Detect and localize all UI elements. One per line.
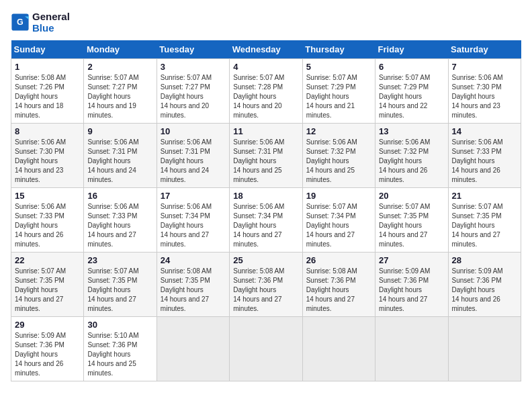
day-info: Sunrise: 5:06 AMSunset: 7:33 PMDaylight …: [452, 138, 517, 185]
day-number: 21: [452, 191, 517, 201]
calendar-day-cell: 15Sunrise: 5:06 AMSunset: 7:33 PMDayligh…: [11, 188, 84, 253]
calendar-day-cell: 8Sunrise: 5:06 AMSunset: 7:30 PMDaylight…: [11, 124, 84, 188]
day-info: Sunrise: 5:08 AMSunset: 7:35 PMDaylight …: [161, 267, 226, 314]
day-number: 12: [306, 126, 371, 136]
day-info: Sunrise: 5:07 AMSunset: 7:35 PMDaylight …: [452, 202, 517, 249]
calendar-day-cell: [230, 317, 302, 381]
day-info: Sunrise: 5:07 AMSunset: 7:35 PMDaylight …: [15, 267, 80, 314]
day-info: Sunrise: 5:06 AMSunset: 7:34 PMDaylight …: [233, 202, 298, 249]
day-info: Sunrise: 5:07 AMSunset: 7:27 PMDaylight …: [87, 73, 152, 120]
day-info: Sunrise: 5:07 AMSunset: 7:27 PMDaylight …: [161, 73, 226, 120]
day-number: 16: [87, 191, 152, 201]
day-info: Sunrise: 5:06 AMSunset: 7:31 PMDaylight …: [233, 138, 298, 185]
day-number: 22: [15, 255, 80, 265]
calendar-day-cell: [302, 317, 375, 381]
day-number: 27: [379, 255, 444, 265]
calendar-day-cell: 17Sunrise: 5:06 AMSunset: 7:34 PMDayligh…: [157, 188, 229, 253]
day-info: Sunrise: 5:06 AMSunset: 7:34 PMDaylight …: [161, 202, 226, 249]
day-of-week-header: Friday: [375, 40, 448, 59]
day-number: 2: [87, 62, 152, 72]
calendar-week-row: 15Sunrise: 5:06 AMSunset: 7:33 PMDayligh…: [11, 188, 521, 253]
calendar-week-row: 22Sunrise: 5:07 AMSunset: 7:35 PMDayligh…: [11, 253, 521, 317]
day-number: 7: [452, 62, 517, 72]
day-number: 8: [15, 126, 80, 136]
day-info: Sunrise: 5:06 AMSunset: 7:31 PMDaylight …: [161, 138, 226, 185]
day-number: 23: [87, 255, 152, 265]
day-info: Sunrise: 5:07 AMSunset: 7:29 PMDaylight …: [379, 73, 444, 120]
day-info: Sunrise: 5:06 AMSunset: 7:32 PMDaylight …: [379, 138, 444, 185]
day-number: 28: [452, 255, 517, 265]
calendar-day-cell: [157, 317, 229, 381]
calendar-day-cell: 2Sunrise: 5:07 AMSunset: 7:27 PMDaylight…: [84, 59, 157, 124]
calendar-day-cell: 18Sunrise: 5:06 AMSunset: 7:34 PMDayligh…: [230, 188, 302, 253]
calendar-week-row: 1Sunrise: 5:08 AMSunset: 7:26 PMDaylight…: [11, 59, 521, 124]
day-number: 10: [161, 126, 226, 136]
calendar-day-cell: 26Sunrise: 5:08 AMSunset: 7:36 PMDayligh…: [302, 253, 375, 317]
day-number: 18: [233, 191, 298, 201]
day-number: 17: [161, 191, 226, 201]
logo-text: General Blue: [32, 11, 70, 34]
day-number: 14: [452, 126, 517, 136]
day-info: Sunrise: 5:06 AMSunset: 7:30 PMDaylight …: [452, 73, 517, 120]
day-info: Sunrise: 5:10 AMSunset: 7:36 PMDaylight …: [87, 331, 152, 378]
day-number: 4: [233, 62, 298, 72]
day-info: Sunrise: 5:06 AMSunset: 7:31 PMDaylight …: [87, 138, 152, 185]
calendar-day-cell: 22Sunrise: 5:07 AMSunset: 7:35 PMDayligh…: [11, 253, 84, 317]
day-info: Sunrise: 5:07 AMSunset: 7:28 PMDaylight …: [233, 73, 298, 120]
calendar-day-cell: 1Sunrise: 5:08 AMSunset: 7:26 PMDaylight…: [11, 59, 84, 124]
day-number: 25: [233, 255, 298, 265]
day-info: Sunrise: 5:06 AMSunset: 7:33 PMDaylight …: [15, 202, 80, 249]
calendar-day-cell: 21Sunrise: 5:07 AMSunset: 7:35 PMDayligh…: [448, 188, 521, 253]
day-info: Sunrise: 5:08 AMSunset: 7:36 PMDaylight …: [306, 267, 371, 314]
day-number: 29: [15, 320, 80, 330]
svg-text:G: G: [17, 17, 24, 27]
calendar-day-cell: 24Sunrise: 5:08 AMSunset: 7:35 PMDayligh…: [157, 253, 229, 317]
calendar-day-cell: 9Sunrise: 5:06 AMSunset: 7:31 PMDaylight…: [84, 124, 157, 188]
calendar-day-cell: 23Sunrise: 5:07 AMSunset: 7:35 PMDayligh…: [84, 253, 157, 317]
calendar-table: SundayMondayTuesdayWednesdayThursdayFrid…: [11, 40, 521, 381]
day-number: 19: [306, 191, 371, 201]
calendar-day-cell: 5Sunrise: 5:07 AMSunset: 7:29 PMDaylight…: [302, 59, 375, 124]
day-info: Sunrise: 5:08 AMSunset: 7:26 PMDaylight …: [15, 73, 80, 120]
day-info: Sunrise: 5:06 AMSunset: 7:32 PMDaylight …: [306, 138, 371, 185]
day-info: Sunrise: 5:07 AMSunset: 7:35 PMDaylight …: [379, 202, 444, 249]
calendar-day-cell: 10Sunrise: 5:06 AMSunset: 7:31 PMDayligh…: [157, 124, 229, 188]
day-info: Sunrise: 5:08 AMSunset: 7:36 PMDaylight …: [233, 267, 298, 314]
day-number: 11: [233, 126, 298, 136]
day-number: 20: [379, 191, 444, 201]
day-number: 3: [161, 62, 226, 72]
day-info: Sunrise: 5:07 AMSunset: 7:29 PMDaylight …: [306, 73, 371, 120]
day-info: Sunrise: 5:09 AMSunset: 7:36 PMDaylight …: [379, 267, 444, 314]
day-info: Sunrise: 5:07 AMSunset: 7:34 PMDaylight …: [306, 202, 371, 249]
calendar-day-cell: 28Sunrise: 5:09 AMSunset: 7:36 PMDayligh…: [448, 253, 521, 317]
calendar-day-cell: 19Sunrise: 5:07 AMSunset: 7:34 PMDayligh…: [302, 188, 375, 253]
calendar-day-cell: 6Sunrise: 5:07 AMSunset: 7:29 PMDaylight…: [375, 59, 448, 124]
day-info: Sunrise: 5:09 AMSunset: 7:36 PMDaylight …: [15, 331, 80, 378]
logo-icon: G: [11, 13, 30, 32]
day-number: 26: [306, 255, 371, 265]
logo: G General Blue: [11, 11, 70, 34]
day-number: 24: [161, 255, 226, 265]
day-of-week-header: Monday: [84, 40, 157, 59]
calendar-day-cell: 30Sunrise: 5:10 AMSunset: 7:36 PMDayligh…: [84, 317, 157, 381]
calendar-day-cell: [448, 317, 521, 381]
calendar-day-cell: 27Sunrise: 5:09 AMSunset: 7:36 PMDayligh…: [375, 253, 448, 317]
day-info: Sunrise: 5:09 AMSunset: 7:36 PMDaylight …: [452, 267, 517, 314]
calendar-day-cell: 14Sunrise: 5:06 AMSunset: 7:33 PMDayligh…: [448, 124, 521, 188]
day-number: 5: [306, 62, 371, 72]
calendar-day-cell: 11Sunrise: 5:06 AMSunset: 7:31 PMDayligh…: [230, 124, 302, 188]
calendar-day-cell: 25Sunrise: 5:08 AMSunset: 7:36 PMDayligh…: [230, 253, 302, 317]
calendar-day-cell: 12Sunrise: 5:06 AMSunset: 7:32 PMDayligh…: [302, 124, 375, 188]
day-number: 1: [15, 62, 80, 72]
day-info: Sunrise: 5:06 AMSunset: 7:33 PMDaylight …: [87, 202, 152, 249]
day-info: Sunrise: 5:07 AMSunset: 7:35 PMDaylight …: [87, 267, 152, 314]
calendar-header-row: SundayMondayTuesdayWednesdayThursdayFrid…: [11, 40, 521, 59]
calendar-day-cell: 16Sunrise: 5:06 AMSunset: 7:33 PMDayligh…: [84, 188, 157, 253]
calendar-day-cell: 3Sunrise: 5:07 AMSunset: 7:27 PMDaylight…: [157, 59, 229, 124]
calendar-day-cell: 20Sunrise: 5:07 AMSunset: 7:35 PMDayligh…: [375, 188, 448, 253]
day-number: 15: [15, 191, 80, 201]
calendar-day-cell: 29Sunrise: 5:09 AMSunset: 7:36 PMDayligh…: [11, 317, 84, 381]
page-header: G General Blue: [11, 11, 521, 34]
calendar-day-cell: 7Sunrise: 5:06 AMSunset: 7:30 PMDaylight…: [448, 59, 521, 124]
calendar-day-cell: 13Sunrise: 5:06 AMSunset: 7:32 PMDayligh…: [375, 124, 448, 188]
